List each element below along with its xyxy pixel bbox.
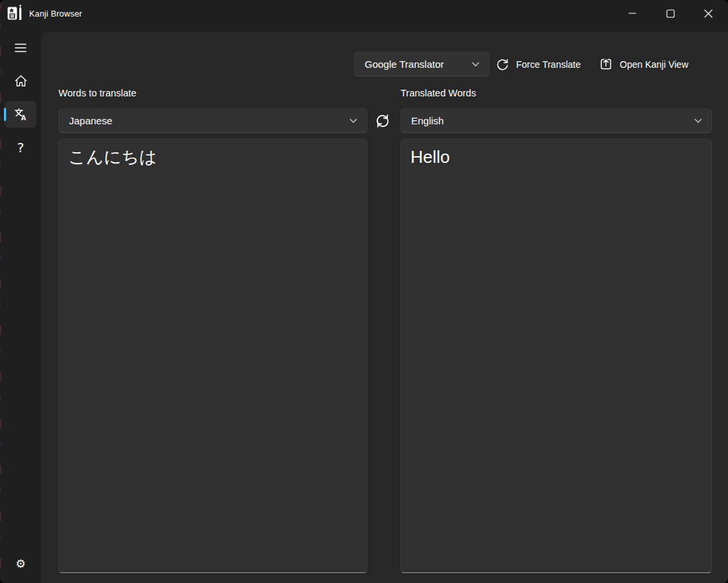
sidebar-item-help[interactable]: ? bbox=[5, 134, 37, 161]
open-kanji-view-label: Open Kanji View bbox=[620, 59, 688, 70]
source-language-value: Japanese bbox=[69, 115, 112, 126]
minimize-button[interactable] bbox=[617, 1, 648, 25]
source-language-dropdown[interactable]: Japanese bbox=[58, 108, 367, 133]
app-logo-icon bbox=[7, 5, 24, 23]
navigation-sidebar: A ? ⚙ bbox=[0, 32, 41, 583]
hamburger-icon bbox=[15, 43, 27, 53]
menu-toggle-button[interactable] bbox=[5, 35, 37, 61]
titlebar[interactable]: Kanji Browser bbox=[0, 0, 728, 32]
question-mark-icon: ? bbox=[17, 141, 25, 154]
target-text-area[interactable]: Hello bbox=[401, 139, 712, 573]
maximize-button[interactable] bbox=[655, 1, 685, 25]
source-panel-label: Words to translate bbox=[58, 88, 136, 98]
target-language-dropdown[interactable]: English bbox=[401, 108, 712, 133]
refresh-icon bbox=[496, 57, 509, 71]
source-text-area[interactable]: こんにちは bbox=[58, 139, 367, 573]
maximize-icon bbox=[666, 9, 675, 18]
translate-icon: A bbox=[13, 107, 28, 122]
selected-indicator bbox=[4, 108, 6, 121]
translator-engine-value: Google Translator bbox=[365, 58, 444, 70]
main-content: Google Translator Force Translate Open K… bbox=[41, 32, 728, 583]
close-button[interactable] bbox=[693, 1, 723, 25]
translator-engine-dropdown[interactable]: Google Translator bbox=[354, 52, 490, 76]
gear-icon: ⚙ bbox=[15, 558, 25, 570]
close-icon bbox=[704, 9, 713, 18]
swap-languages-button[interactable] bbox=[372, 110, 393, 132]
app-window: Kanji Browser bbox=[0, 0, 728, 583]
sync-swap-icon bbox=[373, 112, 392, 130]
chevron-down-icon bbox=[694, 118, 702, 124]
target-language-value: English bbox=[411, 115, 444, 126]
sidebar-item-settings[interactable]: ⚙ bbox=[5, 550, 37, 577]
force-translate-label: Force Translate bbox=[516, 59, 581, 70]
force-translate-button[interactable]: Force Translate bbox=[488, 52, 589, 76]
open-in-new-window-icon bbox=[599, 57, 613, 71]
chevron-down-icon bbox=[349, 118, 357, 124]
chevron-down-icon bbox=[472, 62, 480, 67]
svg-text:A: A bbox=[21, 114, 27, 122]
open-kanji-view-button[interactable]: Open Kanji View bbox=[591, 52, 696, 76]
home-icon bbox=[14, 74, 28, 87]
minimize-icon bbox=[628, 9, 636, 17]
sidebar-item-translate-selected[interactable]: A bbox=[5, 101, 37, 128]
window-edge-artifact bbox=[0, 0, 1, 583]
target-panel-label: Translated Words bbox=[401, 88, 476, 98]
sidebar-item-home[interactable] bbox=[5, 67, 37, 94]
window-title: Kanji Browser bbox=[29, 9, 82, 19]
